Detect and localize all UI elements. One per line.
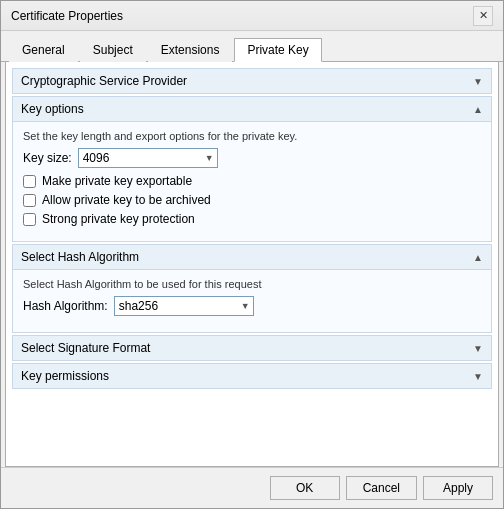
checkbox-archived-row: Allow private key to be archived xyxy=(23,193,481,207)
section-key-permissions: Key permissions ▼ xyxy=(12,363,492,389)
chevron-hash-algorithm: ▲ xyxy=(473,252,483,263)
checkbox-strong-label: Strong private key protection xyxy=(42,212,195,226)
hash-algorithm-row: Hash Algorithm: sha1 sha256 sha384 sha51… xyxy=(23,296,481,316)
checkbox-strong[interactable] xyxy=(23,213,36,226)
checkbox-exportable-label: Make private key exportable xyxy=(42,174,192,188)
section-hash-algorithm: Select Hash Algorithm ▲ Select Hash Algo… xyxy=(12,244,492,333)
section-key-options-title: Key options xyxy=(21,102,84,116)
section-signature-format-header[interactable]: Select Signature Format ▼ xyxy=(13,336,491,360)
chevron-key-permissions: ▼ xyxy=(473,371,483,382)
hash-algorithm-label: Hash Algorithm: xyxy=(23,299,108,313)
key-size-row: Key size: 1024 2048 4096 8192 xyxy=(23,148,481,168)
checkbox-exportable[interactable] xyxy=(23,175,36,188)
tab-subject[interactable]: Subject xyxy=(80,38,146,62)
checkbox-strong-row: Strong private key protection xyxy=(23,212,481,226)
section-key-permissions-title: Key permissions xyxy=(21,369,109,383)
apply-button[interactable]: Apply xyxy=(423,476,493,500)
title-bar: Certificate Properties ✕ xyxy=(1,1,503,31)
section-key-permissions-header[interactable]: Key permissions ▼ xyxy=(13,364,491,388)
section-hash-algorithm-body: Select Hash Algorithm to be used for thi… xyxy=(13,269,491,332)
hash-algorithm-select-wrapper: sha1 sha256 sha384 sha512 xyxy=(114,296,254,316)
section-key-options-header[interactable]: Key options ▲ xyxy=(13,97,491,121)
section-cryptographic: Cryptographic Service Provider ▼ xyxy=(12,68,492,94)
tab-extensions[interactable]: Extensions xyxy=(148,38,233,62)
section-hash-algorithm-title: Select Hash Algorithm xyxy=(21,250,139,264)
checkbox-archived[interactable] xyxy=(23,194,36,207)
section-signature-format: Select Signature Format ▼ xyxy=(12,335,492,361)
checkbox-archived-label: Allow private key to be archived xyxy=(42,193,211,207)
section-signature-format-title: Select Signature Format xyxy=(21,341,150,355)
hash-algorithm-desc: Select Hash Algorithm to be used for thi… xyxy=(23,278,481,290)
section-cryptographic-header[interactable]: Cryptographic Service Provider ▼ xyxy=(13,69,491,93)
chevron-cryptographic: ▼ xyxy=(473,76,483,87)
chevron-key-options: ▲ xyxy=(473,104,483,115)
key-options-desc: Set the key length and export options fo… xyxy=(23,130,481,142)
ok-button[interactable]: OK xyxy=(270,476,340,500)
tab-content: Cryptographic Service Provider ▼ Key opt… xyxy=(5,62,499,467)
section-hash-algorithm-header[interactable]: Select Hash Algorithm ▲ xyxy=(13,245,491,269)
bottom-bar: OK Cancel Apply xyxy=(1,467,503,508)
tab-general[interactable]: General xyxy=(9,38,78,62)
scrollable-area: Cryptographic Service Provider ▼ Key opt… xyxy=(6,62,498,466)
key-size-select-wrapper: 1024 2048 4096 8192 xyxy=(78,148,218,168)
section-cryptographic-title: Cryptographic Service Provider xyxy=(21,74,187,88)
tabs-bar: General Subject Extensions Private Key xyxy=(1,31,503,62)
close-button[interactable]: ✕ xyxy=(473,6,493,26)
key-size-label: Key size: xyxy=(23,151,72,165)
dialog-title: Certificate Properties xyxy=(11,9,123,23)
cancel-button[interactable]: Cancel xyxy=(346,476,417,500)
section-key-options: Key options ▲ Set the key length and exp… xyxy=(12,96,492,242)
key-size-select[interactable]: 1024 2048 4096 8192 xyxy=(78,148,218,168)
checkbox-exportable-row: Make private key exportable xyxy=(23,174,481,188)
hash-algorithm-select[interactable]: sha1 sha256 sha384 sha512 xyxy=(114,296,254,316)
chevron-signature-format: ▼ xyxy=(473,343,483,354)
section-key-options-body: Set the key length and export options fo… xyxy=(13,121,491,241)
dialog: Certificate Properties ✕ General Subject… xyxy=(0,0,504,509)
tab-private-key[interactable]: Private Key xyxy=(234,38,321,62)
